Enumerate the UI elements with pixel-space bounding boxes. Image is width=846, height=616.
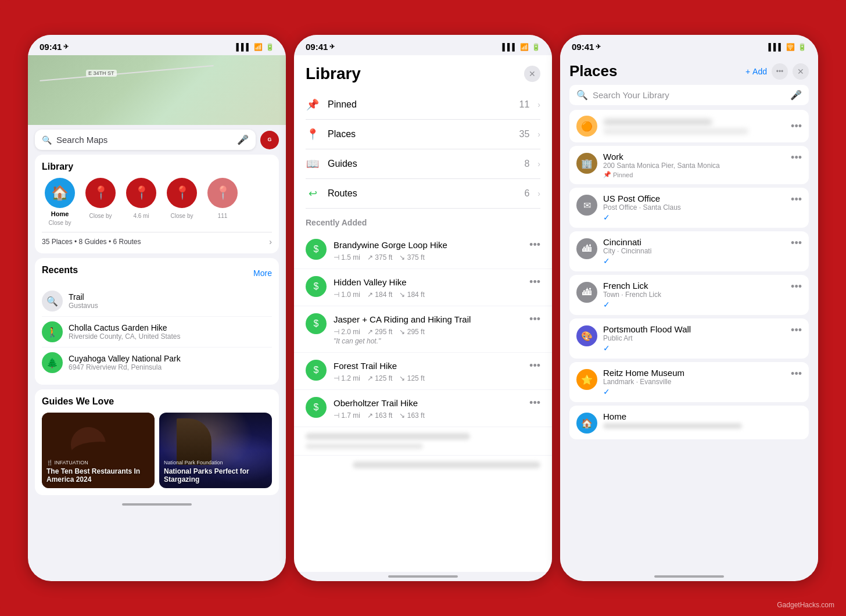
places-header: Places + Add ••• ✕ [560, 55, 818, 85]
search-bar[interactable]: 🔍 Search Maps 🎤 [35, 130, 256, 150]
french-lick-dots[interactable]: ••• [791, 281, 802, 293]
jasper-name: Jasper + CA Riding and Hiking Trail [334, 314, 471, 324]
post-office-dots[interactable]: ••• [791, 194, 802, 206]
place-portsmouth[interactable]: 🎨 Portsmouth Flood Wall Public Art ✓ ••• [569, 318, 809, 359]
status-icons-3: ▌▌▌ 🛜 🔋 [768, 43, 806, 51]
search-input[interactable]: Search Maps [56, 135, 232, 145]
post-office-sub: Post Office · Santa Claus [603, 203, 785, 212]
guide-card-nationalparks[interactable]: National Park Foundation National Parks … [159, 413, 272, 488]
home-place-icon: 🏠 [576, 413, 597, 434]
trail-brandywine[interactable]: $ Brandywine Gorge Loop Hike ••• ⊣ 1.5 m… [294, 232, 552, 269]
search-library-bar[interactable]: 🔍 Search Your Library 🎤 [569, 85, 809, 105]
reitz-check: ✓ [603, 387, 785, 396]
menu-item-routes[interactable]: ↩ Routes 6 › [306, 179, 540, 209]
microphone-icon[interactable]: 🎤 [237, 134, 249, 145]
add-icon: + [745, 67, 750, 76]
brandywine-asc: ↗ 375 ft [367, 253, 392, 262]
guides-section: Guides We Love 🍴 INFATUATION The Ten Bes… [35, 389, 279, 495]
menu-item-places[interactable]: 📍 Places 35 › [306, 120, 540, 149]
reitz-dots[interactable]: ••• [791, 368, 802, 380]
recent-item-cholla[interactable]: 🚶 Cholla Cactus Garden Hike Riverside Co… [42, 317, 272, 348]
french-lick-sub: Town · French Lick [603, 291, 785, 299]
place-reitz[interactable]: ⭐ Reitz Home Museum Landmark · Evansvill… [569, 362, 809, 402]
places-close-button[interactable]: ✕ [793, 63, 809, 80]
place-post-office[interactable]: ✉ US Post Office Post Office · Santa Cla… [569, 188, 809, 228]
more-dots-button[interactable]: ••• [772, 63, 788, 80]
brandywine-desc: ↘ 375 ft [399, 253, 424, 262]
lib-icon-pin1[interactable]: 📍 Close by [83, 178, 119, 226]
infatuation-title: The Ten Best Restaurants In America 2024 [46, 467, 150, 484]
portsmouth-content: Portsmouth Flood Wall Public Art ✓ [603, 324, 785, 353]
search-lib-mic[interactable]: 🎤 [790, 89, 802, 101]
work-content: Work 200 Santa Monica Pier, Santa Monica… [603, 152, 785, 178]
trail-forest[interactable]: $ Forest Trail Hike ••• ⊣ 1.2 mi ↗ 125 f… [294, 353, 552, 390]
recents-title: Recents [42, 265, 78, 275]
library-panel: Library ✕ 📌 Pinned 11 › 📍 Places [294, 55, 552, 572]
blurred-trail-1 [294, 427, 552, 456]
blurred-top-item: 🟠 ••• [569, 110, 809, 142]
close-button[interactable]: ✕ [524, 66, 540, 82]
cincinnati-sub: City · Cincinnati [603, 247, 785, 255]
recently-added-label: Recently Added [294, 209, 552, 232]
recent-item-trail[interactable]: 🔍 Trail Gustavus [42, 286, 272, 317]
recents-header: Recents More [42, 265, 272, 281]
brandywine-dots[interactable]: ••• [529, 239, 540, 251]
jasper-content: Jasper + CA Riding and Hiking Trail ••• … [334, 313, 540, 345]
search-lib-placeholder[interactable]: Search Your Library [593, 90, 669, 100]
trail-oberholtzer[interactable]: $ Oberholtzer Trail Hike ••• ⊣ 1.7 mi ↗ … [294, 390, 552, 427]
search-area: 🔍 Search Maps 🎤 G [28, 125, 286, 155]
lib-icon-pin3[interactable]: 📍 Close by [164, 178, 200, 226]
blurred-dots[interactable]: ••• [791, 120, 802, 132]
map-background [28, 55, 286, 125]
forest-asc: ↗ 125 ft [367, 374, 392, 382]
guides-cards: 🍴 INFATUATION The Ten Best Restaurants I… [42, 413, 272, 488]
phone-3: 09:41 ✈ ▌▌▌ 🛜 🔋 Places + Add ••• [560, 35, 818, 581]
trail-jasper[interactable]: $ Jasper + CA Riding and Hiking Trail ••… [294, 306, 552, 353]
lib-icon-home[interactable]: 🏠 Home Close by [42, 178, 78, 226]
place-french-lick[interactable]: 🏙 French Lick Town · French Lick ✓ ••• [569, 275, 809, 315]
status-time-1: 09:41 ✈ [40, 42, 69, 52]
more-link[interactable]: More [253, 268, 272, 278]
lib-icon-pin2[interactable]: 📍 4.6 mi [123, 178, 159, 226]
gadget-badge: G [260, 131, 279, 149]
forest-dots[interactable]: ••• [529, 360, 540, 372]
reitz-icon: ⭐ [576, 369, 597, 390]
menu-item-guides[interactable]: 📖 Guides 8 › [306, 149, 540, 179]
recent-item-cuyahoga[interactable]: 🌲 Cuyahoga Valley National Park 6947 Riv… [42, 348, 272, 378]
menu-item-pinned[interactable]: 📌 Pinned 11 › [306, 90, 540, 120]
french-lick-name: French Lick [603, 281, 785, 291]
cincinnati-name: Cincinnati [603, 237, 785, 247]
portsmouth-dots[interactable]: ••• [791, 324, 802, 336]
guide-card-infatuation[interactable]: 🍴 INFATUATION The Ten Best Restaurants I… [42, 413, 155, 488]
cuyahoga-sub: 6947 Riverview Rd, Peninsula [69, 363, 272, 371]
lib-icon-pin4[interactable]: 📍 111 [205, 178, 241, 226]
brandywine-name: Brandywine Gorge Loop Hike [334, 240, 447, 250]
cincinnati-dots[interactable]: ••• [791, 237, 802, 249]
place-cincinnati[interactable]: 🏙 Cincinnati City · Cincinnati ✓ ••• [569, 231, 809, 271]
place-home[interactable]: 🏠 Home [569, 406, 809, 439]
oberholtzer-dots[interactable]: ••• [529, 397, 540, 409]
cholla-icon: 🚶 [42, 321, 63, 342]
pin4-sub: 111 [218, 213, 228, 219]
french-lick-check: ✓ [603, 300, 785, 309]
hidden-valley-dots[interactable]: ••• [529, 276, 540, 288]
jasper-stats: ⊣ 2.0 mi ↗ 295 ft ↘ 295 ft [334, 328, 540, 336]
blurred-trail-2 [294, 456, 552, 474]
status-bar-3: 09:41 ✈ ▌▌▌ 🛜 🔋 [560, 35, 818, 55]
home-indicator-2 [388, 575, 458, 578]
status-bar-1: 09:41 ✈ ▌▌▌ 📶 🔋 [28, 35, 286, 55]
add-button[interactable]: + Add [745, 67, 767, 76]
hv-dist: ⊣ 1.0 mi [334, 291, 360, 299]
home-place-name: Home [603, 411, 802, 421]
trail-hidden-valley[interactable]: $ Hidden Valley Hike ••• ⊣ 1.0 mi ↗ 184 … [294, 269, 552, 306]
guides-count: 8 [524, 159, 529, 169]
forest-desc: ↘ 125 ft [399, 374, 424, 382]
work-dots[interactable]: ••• [791, 152, 802, 164]
oberholtzer-content: Oberholtzer Trail Hike ••• ⊣ 1.7 mi ↗ 16… [334, 397, 540, 420]
place-work[interactable]: 🏢 Work 200 Santa Monica Pier, Santa Moni… [569, 146, 809, 184]
jasper-dots[interactable]: ••• [529, 313, 540, 325]
pin-tag-icon: 📌 [603, 171, 611, 178]
places-list: 🟠 ••• 🏢 Work [560, 110, 818, 572]
library-stats[interactable]: 35 Places • 8 Guides • 6 Routes › [42, 232, 272, 246]
trail-search-icon: 🔍 [42, 291, 63, 311]
